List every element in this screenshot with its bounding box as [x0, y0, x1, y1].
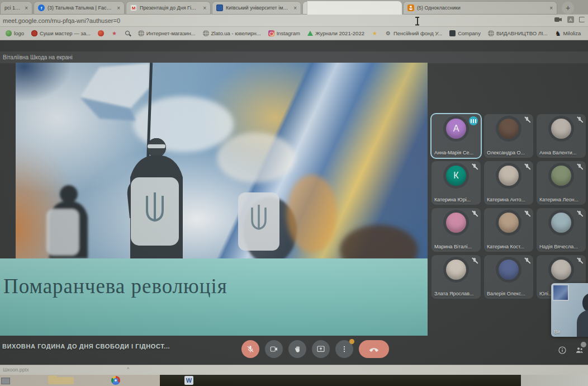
notification-badge — [349, 339, 354, 344]
camera-permission-icon[interactable] — [554, 17, 562, 22]
participant-name: Катерина Юрі... — [434, 197, 471, 203]
tab-gmail-presentation[interactable]: M Презентація до Дня Гідності і С... × — [126, 1, 211, 15]
horse-icon: ♞ — [555, 30, 561, 36]
bookmark-instagram[interactable]: Instagram — [268, 30, 300, 36]
window-icon[interactable] — [1, 378, 10, 384]
drive-icon — [307, 31, 313, 36]
tab-prom[interactable]: рсі 183 | Prom... × — [0, 1, 32, 15]
close-icon[interactable]: × — [292, 5, 298, 11]
self-label: Ви — [554, 329, 560, 335]
bookmark-publisher[interactable]: ВИДАВНИЦТВО ЛІ... — [488, 30, 548, 36]
presenting-banner: Віталіївна Шкода на екрані — [0, 51, 588, 63]
participant-name: Олександра О... — [487, 150, 525, 156]
bookmark-star[interactable]: ★ — [111, 30, 117, 36]
presenting-banner-text: Віталіївна Шкода на екрані — [3, 54, 73, 60]
tab-university[interactable]: Київський університет імені Бо... × — [212, 1, 301, 15]
meeting-title: ВИХОВНА ГОДИНА ДО ДНЯ СВОБОДИ І ГІДНОСТ.… — [2, 343, 170, 350]
tab-meet-active[interactable]: Meet: "ВИХОВНА ГОДИНА"... × — [302, 1, 402, 15]
close-icon[interactable]: × — [23, 5, 29, 11]
bookmark-sushi[interactable]: Суши мастер — за... — [31, 30, 91, 36]
participants-button[interactable] — [575, 346, 585, 357]
participant-name: Катерина Кост... — [487, 244, 524, 250]
participant-tile[interactable]: Валерія Олекс... — [484, 255, 533, 299]
more-options-button[interactable] — [335, 340, 353, 358]
close-icon[interactable]: × — [548, 5, 554, 11]
green-dot-icon — [6, 30, 12, 36]
close-icon[interactable]: × — [202, 5, 207, 11]
shared-screen-slide-image — [16, 63, 428, 258]
mic-muted-icon — [576, 257, 583, 265]
avatar — [499, 166, 519, 186]
star-icon: ★ — [372, 30, 378, 36]
url-text[interactable]: meet.google.com/rnu-pfqa-wni?authuser=0 — [0, 17, 120, 24]
participants-grid: А Анна-Марія Се... Олександра О... Анна … — [431, 114, 587, 299]
shelf-collapse-caret[interactable]: ^ — [127, 366, 129, 372]
tab-odnoklassniki[interactable]: (5) Одноклассники × — [403, 1, 557, 15]
star-icon: ★ — [111, 30, 117, 36]
tab-label: (5) Одноклассники — [417, 5, 546, 11]
browser-tab-strip: рсі 183 | Prom... × f (3) Татьяна Татьян… — [0, 0, 588, 15]
raise-hand-button[interactable] — [288, 340, 306, 358]
close-icon[interactable]: × — [116, 5, 121, 11]
participant-tile[interactable]: А Анна-Марія Се... — [431, 114, 481, 158]
participant-tile[interactable]: Марина Віталі... — [431, 208, 481, 252]
camera-button[interactable] — [265, 340, 283, 358]
slide-title: Помаранчева революція — [3, 274, 227, 298]
speaking-indicator-icon — [469, 116, 478, 125]
tab-facebook[interactable]: f (3) Татьяна Татьяна | Facebook × — [34, 1, 125, 15]
downloaded-file[interactable]: Шкооп.pptx — [3, 367, 29, 373]
mic-muted-icon — [524, 116, 530, 124]
present-screen-button[interactable] — [312, 340, 330, 358]
share-icon[interactable] — [579, 17, 585, 22]
avatar — [551, 260, 571, 280]
mic-muted-icon — [524, 210, 530, 218]
word-icon[interactable]: W — [184, 376, 193, 385]
bottom-right-icons — [558, 346, 585, 357]
participant-tile[interactable]: Катерина Леон... — [537, 161, 586, 205]
self-video-person — [577, 293, 588, 337]
facebook-icon: f — [38, 4, 45, 11]
bookmark-zlato[interactable]: Zlato.ua - ювелирн... — [203, 30, 261, 36]
odnoklassniki-icon — [407, 4, 414, 11]
mic-muted-icon — [576, 163, 583, 171]
participant-tile[interactable]: Олександра О... — [484, 114, 533, 158]
mic-muted-icon — [471, 163, 478, 171]
meet-page: Віталіївна Шкода на екрані — [0, 40, 588, 365]
red-circle-icon — [98, 30, 104, 36]
info-button[interactable] — [558, 346, 567, 357]
bookmark-pension-fund[interactable]: ⚙Пенсійний фонд У... — [385, 30, 442, 36]
participant-tile[interactable]: Катерина Кост... — [484, 208, 533, 252]
chrome-icon[interactable] — [111, 376, 120, 385]
self-view-tile[interactable]: Ви — [551, 283, 588, 337]
avatar — [551, 166, 571, 186]
end-call-button[interactable] — [359, 340, 389, 358]
instagram-icon — [268, 30, 274, 36]
bookmark-red[interactable] — [98, 30, 104, 36]
avatar: А — [446, 119, 466, 139]
participant-tile[interactable]: Злата Ярослав... — [431, 255, 481, 299]
participant-tile[interactable]: К Катерина Юрі... — [431, 161, 481, 205]
bookmark-search[interactable] — [125, 30, 131, 36]
bookmark-company[interactable]: Company — [449, 30, 481, 36]
bookmark-drive-journals[interactable]: Журнали 2021-2022 — [307, 30, 364, 36]
globe-icon — [488, 30, 494, 36]
bookmark-internet-shop[interactable]: Интернет-магазин... — [138, 30, 196, 36]
avatar — [499, 260, 519, 280]
participant-tile[interactable]: Надія Вячесла... — [537, 208, 586, 252]
meet-icon — [307, 1, 402, 15]
tab-label: рсі 183 | Prom... — [4, 5, 21, 11]
tab-label: (3) Татьяна Татьяна | Facebook — [48, 5, 113, 11]
mic-muted-button[interactable] — [241, 340, 259, 358]
bookmark-miloliza[interactable]: ♞Miloliza — [555, 30, 581, 36]
taskbar-right-band — [521, 375, 588, 386]
new-tab-button[interactable]: + — [562, 2, 574, 14]
bookmark-star-gold[interactable]: ★ — [372, 30, 378, 36]
folder-icon[interactable] — [48, 377, 74, 384]
participant-tile[interactable]: Анна Валенти... — [537, 114, 586, 158]
bookmark-logo[interactable]: logo — [6, 30, 24, 36]
gear-icon: ⚙ — [385, 30, 391, 36]
translate-icon[interactable]: A — [567, 16, 574, 23]
search-icon — [125, 30, 131, 36]
participant-tile[interactable]: Катерина Анто... — [484, 161, 533, 205]
address-bar[interactable]: meet.google.com/rnu-pfqa-wni?authuser=0 … — [0, 15, 588, 27]
